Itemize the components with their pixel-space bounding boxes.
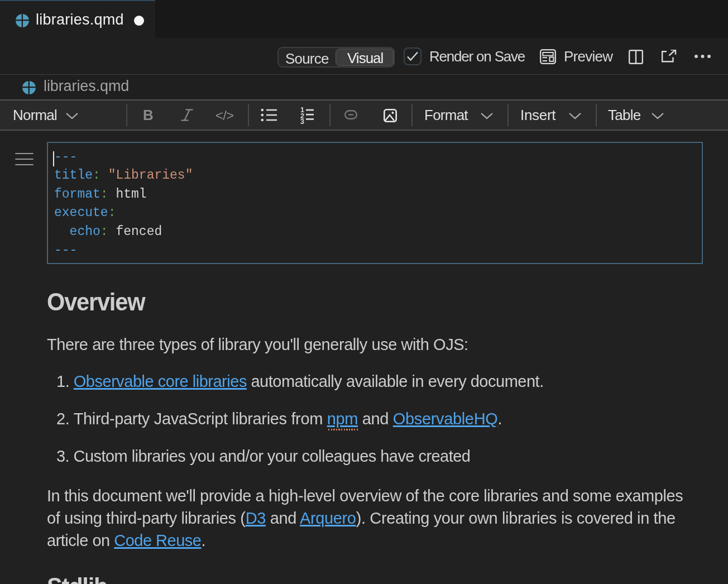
svg-text:3: 3 xyxy=(300,118,304,125)
